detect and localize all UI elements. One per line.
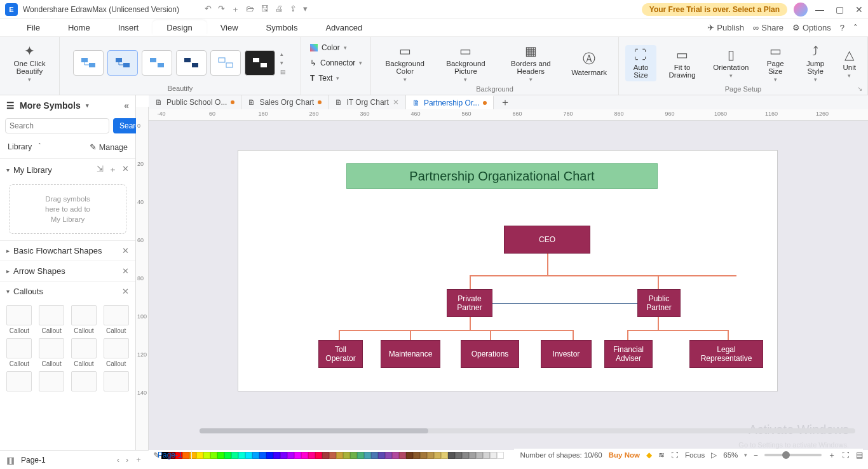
palette-swatch[interactable] [224, 452, 231, 459]
new-icon[interactable]: ＋ [231, 4, 240, 15]
palette-swatch[interactable] [406, 452, 413, 459]
callout-item[interactable] [5, 371, 34, 391]
palette-swatch[interactable] [427, 452, 434, 459]
diamond-icon[interactable]: ◆ [646, 451, 652, 459]
connector[interactable] [658, 275, 659, 289]
horizontal-scrollbar[interactable] [200, 428, 855, 433]
connector-dropdown[interactable]: ↳Connector▾ [308, 57, 365, 69]
collapse-ribbon-icon[interactable]: ˄ [853, 23, 858, 32]
my-library-header[interactable]: ▾ My Library ⇲＋✕ [0, 159, 135, 180]
connector[interactable] [410, 330, 411, 340]
background-color-button[interactable]: ▭Background Color▾ [377, 41, 433, 85]
callout-item[interactable]: Callout [102, 305, 130, 334]
palette-swatch[interactable] [259, 452, 266, 459]
zoom-slider-knob[interactable] [782, 451, 790, 459]
palette-swatch[interactable] [294, 452, 301, 459]
palette-swatch[interactable] [490, 452, 497, 459]
zoom-slider[interactable] [764, 454, 822, 456]
next-page-icon[interactable]: › [126, 456, 128, 465]
palette-swatch[interactable] [301, 452, 308, 459]
palette-swatch[interactable] [385, 452, 392, 459]
watermark-button[interactable]: ⒶWatermark [566, 48, 612, 79]
callout-item[interactable]: Callout [37, 305, 66, 334]
node-public[interactable]: Public Partner [637, 289, 681, 317]
palette-swatch[interactable] [217, 452, 224, 459]
layout-icon[interactable]: ▥ [6, 455, 15, 465]
page-tab-1[interactable]: Page-1 [149, 451, 192, 459]
palette-swatch[interactable] [378, 452, 385, 459]
connector[interactable] [547, 254, 548, 275]
canvas[interactable]: Partnership Organizational Chart CEO Pri… [149, 121, 868, 450]
doc-tab-3[interactable]: 🗎Partnership Or... [406, 95, 494, 109]
palette-swatch[interactable] [476, 452, 483, 459]
fullscreen-icon[interactable]: ⛶ [671, 451, 679, 459]
close-icon[interactable]: ✕ [855, 4, 863, 15]
menu-design[interactable]: Design [153, 20, 206, 35]
connector[interactable] [490, 330, 491, 340]
node-inv[interactable]: Investor [541, 340, 592, 368]
palette-swatch[interactable] [357, 452, 364, 459]
zoom-in-icon[interactable]: ＋ [828, 451, 836, 460]
menu-home[interactable]: Home [54, 20, 104, 35]
palette-swatch[interactable] [245, 452, 252, 459]
palette-swatch[interactable] [336, 452, 343, 459]
zoom-out-icon[interactable]: − [754, 451, 758, 459]
node-private[interactable]: Private Partner [447, 289, 492, 317]
open-icon[interactable]: 🗁 [246, 4, 254, 15]
palette-swatch[interactable] [350, 452, 357, 459]
callout-item[interactable]: Callout [70, 305, 98, 334]
connector[interactable] [339, 330, 340, 340]
save-icon[interactable]: 🖫 [261, 4, 269, 15]
connector[interactable] [470, 275, 736, 276]
fit-to-drawing-button[interactable]: ▭Fit to Drawing [660, 44, 704, 81]
palette-swatch[interactable] [392, 452, 399, 459]
palette-swatch[interactable] [371, 452, 378, 459]
color-dropdown[interactable]: Color▾ [308, 42, 349, 53]
add-tab-button[interactable]: ＋ [494, 96, 517, 109]
node-toll[interactable]: Toll Operator [318, 340, 363, 368]
my-library-dropzone[interactable]: Drag symbols here to add to My Library [9, 184, 126, 234]
borders-headers-button[interactable]: ▦Borders and Headers▾ [499, 41, 562, 85]
node-maint[interactable]: Maintenance [381, 340, 440, 368]
doc-tab-1[interactable]: 🗎Sales Org Chart [241, 95, 329, 109]
palette-swatch[interactable] [469, 452, 476, 459]
panel-toggle-icon[interactable]: ▤ [856, 451, 863, 459]
undo-icon[interactable]: ↶ [205, 4, 212, 15]
style-preset-2[interactable] [107, 50, 138, 76]
menu-view[interactable]: View [207, 20, 252, 35]
library-link[interactable]: Library [8, 142, 32, 152]
callout-item[interactable]: Callout [5, 305, 34, 334]
palette-swatch[interactable] [413, 452, 420, 459]
options-button[interactable]: ⚙Options [792, 23, 831, 32]
close-section-icon[interactable]: ✕ [122, 266, 129, 276]
background-picture-button[interactable]: ▭Background Picture▾ [437, 41, 496, 85]
palette-swatch[interactable] [287, 452, 294, 459]
trial-banner[interactable]: Your Free Trial is over. Select a Plan [642, 3, 787, 16]
prev-page-icon[interactable]: ‹ [117, 456, 119, 465]
palette-swatch[interactable] [329, 452, 336, 459]
palette-swatch[interactable] [420, 452, 427, 459]
basic-flowchart-header[interactable]: ▸ Basic Flowchart Shapes ✕ [0, 241, 135, 261]
connector[interactable] [573, 330, 574, 340]
help-button[interactable]: ? [840, 23, 844, 32]
palette-swatch[interactable] [497, 452, 504, 459]
callout-item[interactable] [70, 371, 98, 391]
connector[interactable] [470, 317, 471, 330]
add-lib-icon[interactable]: ＋ [109, 164, 117, 175]
callout-item[interactable]: Callout [37, 338, 66, 367]
palette-swatch[interactable] [231, 452, 238, 459]
close-section-icon[interactable]: ✕ [122, 246, 129, 255]
export-icon[interactable]: ⇪ [290, 4, 297, 15]
scrollbar-thumb[interactable] [200, 428, 428, 433]
one-click-beautify-button[interactable]: ✦ One Click Beautify ▾ [9, 41, 51, 85]
palette-swatch[interactable] [210, 452, 217, 459]
redo-icon[interactable]: ↷ [218, 4, 225, 15]
close-section-icon[interactable]: ✕ [122, 164, 129, 175]
focus-button[interactable]: Focus [685, 451, 705, 459]
jump-style-button[interactable]: ⤴Jump Style▾ [797, 41, 834, 85]
auto-size-button[interactable]: ⛶Auto Size [625, 45, 656, 81]
page-selector[interactable]: Page-1 [21, 456, 111, 465]
text-dropdown[interactable]: TText▾ [308, 72, 342, 84]
palette-swatch[interactable] [434, 452, 441, 459]
palette-swatch[interactable] [280, 452, 287, 459]
